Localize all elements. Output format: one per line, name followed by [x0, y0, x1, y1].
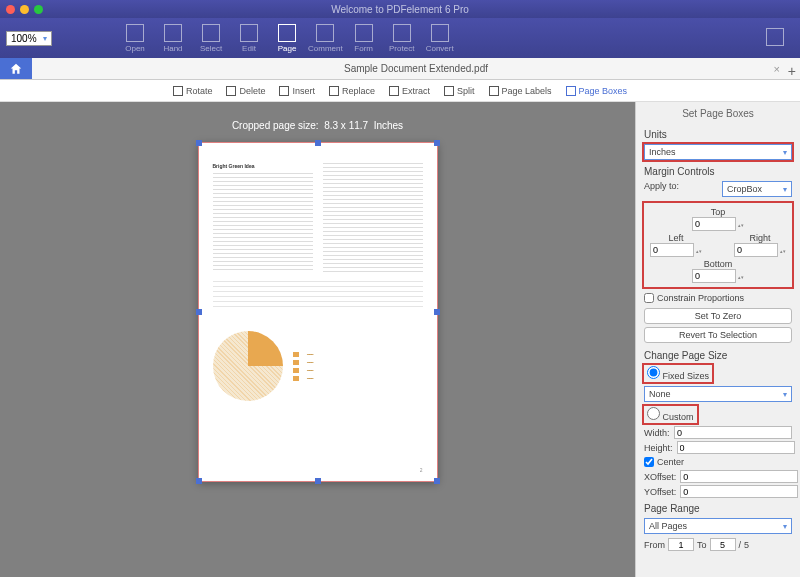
minimize-window-button[interactable] [20, 5, 29, 14]
custom-radio[interactable] [647, 407, 660, 420]
subtool-extract[interactable]: Extract [389, 86, 430, 96]
subtool-insert[interactable]: Insert [279, 86, 315, 96]
margin-left-input[interactable] [650, 243, 694, 257]
page-preview[interactable]: Bright Green Idea ━━━━━━━━━━━━ 2 [198, 142, 438, 482]
page-subtoolbar: RotateDeleteInsertReplaceExtractSplitPag… [0, 80, 800, 102]
tool-edit[interactable]: Edit [230, 22, 268, 55]
main-toolbar: 100%▾ OpenHandSelectEditPageCommentFormP… [0, 18, 800, 58]
tool-select[interactable]: Select [192, 22, 230, 55]
subtool-replace[interactable]: Replace [329, 86, 375, 96]
height-input[interactable] [677, 441, 795, 454]
page-range-label: Page Range [636, 499, 800, 516]
crop-size-label: Cropped page size: 8.3 x 11.7 Inches [232, 120, 403, 131]
tool-protect[interactable]: Protect [383, 22, 421, 55]
units-select[interactable]: Inches▾ [644, 144, 792, 160]
tool-hand[interactable]: Hand [154, 22, 192, 55]
tool-convert[interactable]: Convert [421, 22, 459, 55]
crop-handle[interactable] [434, 478, 440, 484]
units-label: Units [636, 125, 800, 142]
apply-to-select[interactable]: CropBox▾ [722, 181, 792, 197]
subtool-rotate[interactable]: Rotate [173, 86, 213, 96]
revert-button[interactable]: Revert To Selection [644, 327, 792, 343]
panel-title: Set Page Boxes [636, 102, 800, 125]
crop-handle[interactable] [196, 309, 202, 315]
constrain-checkbox[interactable] [644, 293, 654, 303]
crop-handle[interactable] [196, 140, 202, 146]
pie-chart [213, 331, 283, 401]
crop-handle[interactable] [196, 478, 202, 484]
home-icon [9, 62, 23, 76]
app-title: Welcome to PDFelement 6 Pro [331, 4, 469, 15]
crop-handle[interactable] [315, 140, 321, 146]
crop-handle[interactable] [434, 309, 440, 315]
subtool-page-labels[interactable]: Page Labels [489, 86, 552, 96]
document-tab[interactable]: Sample Document Extended.pdf × + [32, 63, 800, 74]
new-tab-button[interactable]: + [788, 63, 796, 79]
maximize-window-button[interactable] [34, 5, 43, 14]
yoffset-input[interactable] [680, 485, 798, 498]
page-range-select[interactable]: All Pages▾ [644, 518, 792, 534]
chart-legend: ━━━━━━━━━━━━ [293, 349, 313, 384]
tool-open[interactable]: Open [116, 22, 154, 55]
close-window-button[interactable] [6, 5, 15, 14]
change-page-size-label: Change Page Size [636, 346, 800, 363]
tool-form[interactable]: Form [345, 22, 383, 55]
crop-handle[interactable] [434, 140, 440, 146]
width-input[interactable] [674, 426, 792, 439]
margin-inputs-group: Top▴▾ Left▴▾ Right▴▾ Bottom▴▾ [642, 201, 794, 289]
set-to-zero-button[interactable]: Set To Zero [644, 308, 792, 324]
page-boxes-panel: Set Page Boxes Units Inches▾ Margin Cont… [635, 102, 800, 577]
apply-to-label: Apply to: [644, 181, 679, 197]
close-tab-button[interactable]: × [774, 63, 780, 75]
margin-right-input[interactable] [734, 243, 778, 257]
layout-view-button[interactable] [756, 26, 794, 50]
center-checkbox[interactable] [644, 457, 654, 467]
fixed-sizes-radio[interactable] [647, 366, 660, 379]
tab-bar: Sample Document Extended.pdf × + [0, 58, 800, 80]
subtool-delete[interactable]: Delete [226, 86, 265, 96]
document-canvas[interactable]: Cropped page size: 8.3 x 11.7 Inches Bri… [0, 102, 635, 577]
margin-top-input[interactable] [692, 217, 736, 231]
tool-page[interactable]: Page [268, 22, 306, 55]
fixed-size-select[interactable]: None▾ [644, 386, 792, 402]
from-input[interactable] [668, 538, 694, 551]
tool-comment[interactable]: Comment [306, 22, 345, 55]
titlebar: Welcome to PDFelement 6 Pro [0, 0, 800, 18]
subtool-page-boxes[interactable]: Page Boxes [566, 86, 628, 96]
subtool-split[interactable]: Split [444, 86, 475, 96]
zoom-select[interactable]: 100%▾ [6, 31, 52, 46]
xoffset-input[interactable] [680, 470, 798, 483]
margin-controls-label: Margin Controls [636, 162, 800, 179]
crop-handle[interactable] [315, 478, 321, 484]
home-tab[interactable] [0, 58, 32, 79]
page-number: 2 [420, 467, 423, 473]
margin-bottom-input[interactable] [692, 269, 736, 283]
to-input[interactable] [710, 538, 736, 551]
